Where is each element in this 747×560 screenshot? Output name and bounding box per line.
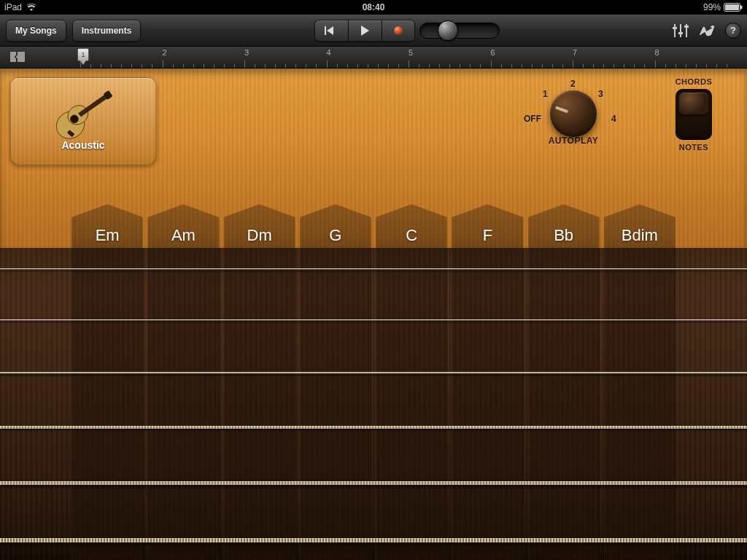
chord-button[interactable]: G xyxy=(300,204,371,248)
chord-label: Dm xyxy=(247,226,272,245)
chord-strum-column[interactable] xyxy=(71,248,143,560)
chord-strum-column[interactable] xyxy=(528,248,600,560)
chord-label: C xyxy=(406,226,417,245)
svg-rect-10 xyxy=(678,32,683,34)
transport-controls xyxy=(314,20,415,42)
svg-rect-7 xyxy=(680,24,681,37)
battery-icon xyxy=(724,3,743,12)
chord-strum-column[interactable] xyxy=(376,248,447,560)
svg-rect-1 xyxy=(725,4,739,10)
toolbar: My Songs Instruments ? xyxy=(0,15,747,47)
chord-strum-column[interactable] xyxy=(147,248,219,560)
autoplay-tick-2: 2 xyxy=(570,79,576,89)
ruler-bar-number: 7 xyxy=(573,48,577,57)
guitar-body: Acoustic OFF 1 2 3 4 AUTOPLAY CHORDS NOT… xyxy=(0,69,747,248)
svg-rect-3 xyxy=(325,26,326,35)
ruler-bar-number: 8 xyxy=(655,48,659,57)
help-button[interactable]: ? xyxy=(725,23,741,39)
ruler-bar-number: 5 xyxy=(409,48,413,57)
svg-marker-4 xyxy=(327,26,333,35)
mixer-icon[interactable] xyxy=(673,24,689,37)
chord-header-row: EmAmDmGCFBbBdim xyxy=(0,204,747,248)
switch-thumb xyxy=(679,93,708,114)
chord-strum-column[interactable] xyxy=(300,248,371,560)
autoplay-tick-1: 1 xyxy=(543,89,548,99)
mode-notes-label: NOTES xyxy=(662,143,725,152)
playhead-number: 1 xyxy=(78,49,88,61)
ruler-bar-number: 6 xyxy=(491,48,495,57)
master-volume-slider[interactable] xyxy=(419,23,500,39)
svg-rect-2 xyxy=(740,6,743,9)
mode-toggle: CHORDS NOTES xyxy=(662,77,725,152)
chord-button[interactable]: F xyxy=(452,204,523,248)
chord-label: Am xyxy=(171,226,196,245)
status-bar: iPad 08:40 99% xyxy=(0,0,747,15)
ruler-bar-number: 2 xyxy=(163,48,167,57)
chords-notes-switch[interactable] xyxy=(676,89,712,140)
ruler-bar-number: 3 xyxy=(244,48,249,57)
play-button[interactable] xyxy=(348,20,382,42)
svg-rect-6 xyxy=(674,24,676,37)
autoplay-label: AUTOPLAY xyxy=(522,136,624,146)
sections-icon[interactable] xyxy=(9,50,26,67)
my-songs-button[interactable]: My Songs xyxy=(6,20,66,42)
rewind-button[interactable] xyxy=(314,20,348,42)
chord-label: F xyxy=(483,226,492,245)
ruler-bar-number: 4 xyxy=(327,48,331,57)
chord-strum-column[interactable] xyxy=(604,248,676,560)
battery-label: 99% xyxy=(703,2,721,12)
svg-rect-9 xyxy=(673,27,677,29)
timeline-ruler[interactable]: 123456781 xyxy=(0,47,747,69)
svg-rect-11 xyxy=(684,26,689,28)
autoplay-tick-3: 3 xyxy=(598,89,603,99)
record-button[interactable] xyxy=(382,20,415,42)
autoplay-control: OFF 1 2 3 4 AUTOPLAY xyxy=(522,77,624,158)
chord-label: G xyxy=(329,226,341,245)
instruments-button[interactable]: Instruments xyxy=(72,20,142,42)
svg-marker-5 xyxy=(361,26,369,36)
chord-label: Bdim xyxy=(622,226,658,245)
chord-button[interactable]: Bb xyxy=(528,204,600,248)
settings-icon[interactable] xyxy=(699,24,715,37)
chord-button[interactable]: Em xyxy=(71,204,143,248)
volume-knob-icon xyxy=(438,20,458,41)
mode-chords-label: CHORDS xyxy=(662,77,725,86)
instrument-picker[interactable]: Acoustic xyxy=(10,77,156,165)
chord-button[interactable]: Bdim xyxy=(604,204,676,248)
chord-label: Em xyxy=(96,226,120,245)
record-icon xyxy=(394,26,403,35)
chord-button[interactable]: Dm xyxy=(224,204,295,248)
chord-button[interactable]: Am xyxy=(147,204,219,248)
status-time: 08:40 xyxy=(363,2,385,12)
chord-button[interactable]: C xyxy=(376,204,447,248)
device-label: iPad xyxy=(4,2,22,12)
chord-strum-column[interactable] xyxy=(224,248,295,560)
autoplay-tick-4: 4 xyxy=(611,114,616,124)
playhead[interactable]: 1 xyxy=(75,47,91,69)
chord-strum-column[interactable] xyxy=(452,248,523,560)
autoplay-dial[interactable] xyxy=(550,90,597,137)
autoplay-tick-off: OFF xyxy=(524,114,541,124)
wifi-icon xyxy=(26,3,36,12)
fretboard[interactable] xyxy=(0,248,747,560)
chord-label: Bb xyxy=(554,226,573,245)
